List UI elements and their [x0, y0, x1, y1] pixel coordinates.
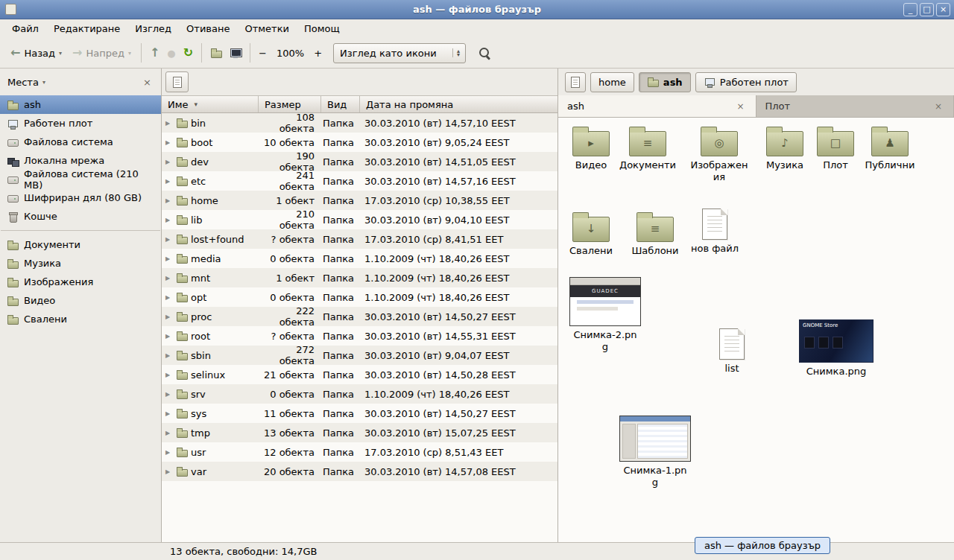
- expander-icon[interactable]: ▶: [165, 352, 173, 359]
- pathbar-menu-button[interactable]: [565, 72, 586, 92]
- file-snimka-1[interactable]: Снимка-1.png: [616, 416, 694, 488]
- sidebar-title[interactable]: Места: [7, 77, 39, 88]
- expander-icon[interactable]: ▶: [165, 178, 173, 185]
- sidebar-close-icon[interactable]: ×: [141, 77, 154, 88]
- table-row[interactable]: ▶ root ? обекта Папка 30.03.2010 (вт) 14…: [162, 326, 557, 346]
- table-row[interactable]: ▶ selinux 21 обекта Папка 30.03.2010 (вт…: [162, 365, 557, 384]
- sidebar-item[interactable]: Видео: [0, 291, 161, 310]
- expander-icon[interactable]: ▶: [165, 430, 173, 436]
- menu-item[interactable]: Помощ: [297, 21, 347, 36]
- sidebar-item[interactable]: Музика: [0, 254, 161, 273]
- table-row[interactable]: ▶ sys 11 обекта Папка 30.03.2010 (вт) 14…: [162, 404, 557, 423]
- file-new-file[interactable]: нов файл: [682, 209, 748, 255]
- column-header-name[interactable]: Име ▾: [162, 96, 259, 112]
- expander-icon[interactable]: ▶: [165, 255, 173, 262]
- column-header-size[interactable]: Размер: [259, 96, 321, 112]
- table-row[interactable]: ▶ proc 222 обекта Папка 30.03.2010 (вт) …: [162, 307, 557, 326]
- expander-icon[interactable]: ▶: [165, 217, 173, 223]
- expander-icon[interactable]: ▶: [165, 139, 173, 146]
- file-name: root: [191, 331, 210, 342]
- folder-public[interactable]: ♟ Публични: [857, 125, 923, 171]
- menu-item[interactable]: Редактиране: [46, 21, 127, 36]
- expander-icon[interactable]: ▶: [165, 372, 173, 378]
- sidebar-item[interactable]: Свалени: [0, 310, 161, 328]
- column-header-date[interactable]: Дата на промяна: [360, 96, 557, 112]
- expander-icon[interactable]: ▶: [165, 468, 173, 475]
- titlebar[interactable]: ash — файлов браузър _ □ ×: [0, 0, 954, 19]
- home-button[interactable]: [206, 43, 226, 63]
- table-row[interactable]: ▶ bin 108 обекта Папка 30.03.2010 (вт) 1…: [162, 113, 557, 133]
- sidebar-item[interactable]: Файлова система: [0, 133, 161, 151]
- folder-downloads[interactable]: ↓ Свалени: [558, 211, 624, 257]
- file-list[interactable]: list: [699, 328, 765, 375]
- expander-icon[interactable]: ▶: [165, 410, 173, 417]
- path-button-desktop[interactable]: Работен плот: [695, 72, 797, 92]
- maximize-button[interactable]: □: [920, 3, 934, 16]
- menu-item[interactable]: Отметки: [237, 21, 296, 36]
- file-snimka[interactable]: GNOME Store Снимка.png: [797, 319, 875, 378]
- table-row[interactable]: ▶ boot 10 обекта Папка 30.03.2010 (вт) 9…: [162, 133, 557, 152]
- table-row[interactable]: ▶ sbin 272 обекта Папка 30.03.2010 (вт) …: [162, 346, 557, 365]
- table-row[interactable]: ▶ var 20 обекта Папка 30.03.2010 (вт) 14…: [162, 462, 557, 481]
- sidebar-item[interactable]: Работен плот: [0, 114, 161, 133]
- expander-icon[interactable]: ▶: [165, 236, 173, 243]
- chevron-down-icon[interactable]: ▾: [59, 50, 62, 57]
- computer-button[interactable]: [226, 43, 245, 63]
- folder-documents[interactable]: ≡ Документи: [615, 125, 680, 171]
- table-row[interactable]: ▶ tmp 13 обекта Папка 30.03.2010 (вт) 15…: [162, 423, 557, 442]
- expander-icon[interactable]: ▶: [165, 197, 173, 204]
- sidebar-item[interactable]: Документи: [0, 235, 161, 254]
- sidebar-item[interactable]: Кошче: [0, 207, 161, 226]
- sidebar-item[interactable]: ash: [0, 95, 161, 114]
- table-row[interactable]: ▶ dev 190 обекта Папка 30.03.2010 (вт) 1…: [162, 152, 557, 171]
- expander-icon[interactable]: ▶: [165, 449, 173, 456]
- view-mode-select[interactable]: Изглед като икони ▴▾: [333, 43, 466, 63]
- table-row[interactable]: ▶ etc 241 обекта Папка 30.03.2010 (вт) 1…: [162, 171, 557, 191]
- tab-close-icon[interactable]: ×: [932, 101, 944, 112]
- table-row[interactable]: ▶ home 1 обект Папка 17.03.2010 (ср) 10,…: [162, 191, 557, 210]
- chevron-down-icon[interactable]: ▾: [42, 79, 45, 86]
- expander-icon[interactable]: ▶: [165, 159, 173, 165]
- stop-button[interactable]: ●: [163, 45, 179, 62]
- zoom-in-button[interactable]: +: [310, 44, 326, 63]
- expander-icon[interactable]: ▶: [165, 294, 173, 301]
- tab-close-icon[interactable]: ×: [734, 101, 746, 112]
- table-row[interactable]: ▶ lost+found ? обекта Папка 17.03.2010 (…: [162, 229, 557, 249]
- table-row[interactable]: ▶ usr 12 обекта Папка 17.03.2010 (ср) 8,…: [162, 442, 557, 462]
- menu-item[interactable]: Изглед: [127, 21, 179, 36]
- table-row[interactable]: ▶ mnt 1 обект Папка 1.10.2009 (чт) 18,40…: [162, 268, 557, 287]
- folder-images[interactable]: ◎ Изображения: [689, 125, 749, 182]
- zoom-out-button[interactable]: −: [255, 44, 271, 63]
- back-button[interactable]: ← Назад ▾: [5, 43, 67, 63]
- sidebar-item[interactable]: Файлова система (210 MB): [0, 170, 161, 188]
- menu-item[interactable]: Отиване: [179, 21, 237, 36]
- table-row[interactable]: ▶ lib 210 обекта Папка 30.03.2010 (вт) 9…: [162, 210, 557, 229]
- expander-icon[interactable]: ▶: [165, 314, 173, 320]
- path-button-ash[interactable]: ash: [639, 72, 691, 92]
- sidebar-item[interactable]: Изображения: [0, 273, 161, 291]
- minimize-button[interactable]: _: [903, 3, 917, 16]
- column-header-type[interactable]: Вид: [321, 96, 360, 112]
- reload-button[interactable]: ↻: [180, 43, 197, 63]
- folder-video[interactable]: ▸ Видео: [558, 125, 624, 171]
- table-row[interactable]: ▶ opt 0 обекта Папка 1.10.2009 (чт) 18,4…: [162, 287, 557, 307]
- search-button[interactable]: [475, 43, 494, 63]
- sidebar-item[interactable]: Шифриран дял (80 GB): [0, 188, 161, 207]
- close-button[interactable]: ×: [936, 3, 950, 16]
- tab-plot[interactable]: Плот ×: [756, 95, 954, 117]
- forward-button[interactable]: → Напред ▾: [67, 43, 136, 63]
- table-row[interactable]: ▶ srv 0 обекта Папка 1.10.2009 (чт) 18,4…: [162, 384, 557, 404]
- expander-icon[interactable]: ▶: [165, 391, 173, 398]
- table-row[interactable]: ▶ media 0 обекта Папка 1.10.2009 (чт) 18…: [162, 249, 557, 268]
- folder-templates[interactable]: ≡ Шаблони: [622, 211, 688, 257]
- file-snimka-2[interactable]: GUADEC Снимка-2.png: [566, 277, 644, 352]
- sidebar-item[interactable]: Локална мрежа: [0, 151, 161, 170]
- expander-icon[interactable]: ▶: [165, 120, 173, 127]
- location-icon-button[interactable]: [165, 71, 189, 92]
- tab-ash[interactable]: ash ×: [558, 95, 756, 117]
- expander-icon[interactable]: ▶: [165, 275, 173, 281]
- path-button-home[interactable]: home: [590, 72, 634, 92]
- expander-icon[interactable]: ▶: [165, 333, 173, 340]
- up-button[interactable]: ↑: [146, 43, 163, 63]
- menu-item[interactable]: Файл: [4, 21, 46, 36]
